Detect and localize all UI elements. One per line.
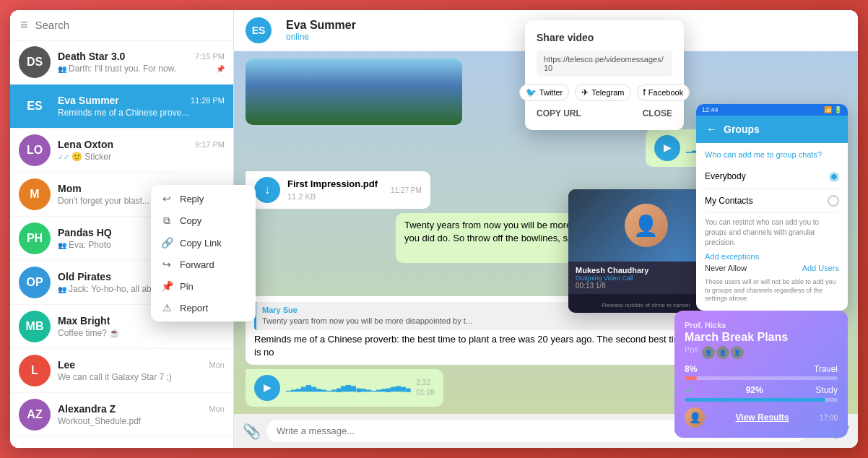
call-status: Outgoing Video Call (576, 275, 648, 282)
share-video-card: Share video https://telesco.pe/videomess… (525, 20, 684, 130)
context-report[interactable]: ⚠ Report (151, 297, 256, 319)
voice-duration-2: 2:32 (417, 378, 435, 388)
message-voice-in: ▶ ▁▂▃▅▇▅▃▂▁▂▄▆▇▆▄▃▂▁▂▃▄▅▆▅▄ 2:32 01:28 (246, 369, 443, 407)
poll-avatars: 👤 👤 👤 (702, 346, 744, 359)
poll-sender: Prof. Hicks (685, 321, 788, 329)
view-results-button[interactable]: View Results (736, 412, 789, 423)
back-icon[interactable]: ← (706, 123, 718, 136)
chat-header-avatar: ES (246, 17, 272, 43)
link-icon: 🔗 (161, 237, 173, 249)
context-reply[interactable]: ↩ Reply (151, 188, 256, 209)
chat-time-lena-oxton: 9:17 PM (195, 140, 225, 149)
chat-name-death-star: Death Star 3.0 (58, 51, 125, 62)
chat-preview-lee: We can call it Galaxy Star 7 ;) (58, 372, 225, 382)
search-input[interactable] (35, 19, 223, 31)
poll-label-travel: Travel (814, 364, 838, 374)
radio-unselected-icon (828, 195, 839, 207)
groups-option-contacts[interactable]: My Contacts (705, 189, 839, 213)
chat-info-lee: Lee Mon We can call it Galaxy Star 7 ;) (58, 359, 225, 382)
poll-card: Prof. Hicks March Break Plans Poll 👤 👤 👤… (674, 311, 848, 438)
add-exceptions-link[interactable]: Add exceptions (705, 252, 839, 261)
sidebar-header: ≡ (10, 10, 233, 40)
chat-name-max-bright: Max Bright (58, 315, 110, 327)
forward-icon: ↪ (161, 259, 173, 270)
voice-extra-time: 01:28 (417, 388, 435, 398)
chat-time-alexandra: Mon (209, 405, 225, 413)
chat-preview-max-bright: Coffee time? ☕ (58, 328, 225, 338)
chat-header-name: Eva Summer (286, 19, 356, 32)
attach-icon[interactable]: 📎 (243, 423, 261, 440)
waveform-2: ▁▂▃▅▇▅▃▂▁▂▄▆▇▆▄▃▂▁▂▃▄▅▆▅▄ (286, 384, 411, 393)
photo-image: I finally visited Earth.. The nature her… (254, 64, 462, 125)
poll-option-travel[interactable]: 8% Travel (685, 364, 838, 380)
file-size: 11.2 KB (287, 191, 378, 202)
chat-info-lena-oxton: Lena Oxton 9:17 PM ✓✓ 🙂 Sticker (58, 139, 225, 162)
chat-name-alexandra: Alexandra Z (58, 403, 116, 415)
share-footer: COPY URL CLOSE (537, 108, 672, 118)
context-menu: ↩ Reply ⧉ Copy 🔗 Copy Link ↪ Forward 📌 P… (151, 185, 256, 321)
poll-user-avatar: 👤 (685, 407, 705, 428)
chat-name-pandas-hq: Pandas HQ (58, 227, 112, 238)
pin-icon: 📌 (216, 65, 225, 73)
play-button-voice1[interactable]: ▶ (654, 135, 680, 161)
poll-avatar-1: 👤 (702, 346, 715, 359)
chat-time-eva-summer: 11:28 PM (191, 96, 225, 105)
chat-item-eva-summer[interactable]: ES Eva Summer 11:28 PM Reminds me of a C… (10, 85, 233, 129)
context-forward[interactable]: ↪ Forward (151, 254, 256, 275)
report-icon: ⚠ (161, 302, 173, 314)
file-name: First Impression.pdf (287, 178, 378, 191)
poll-bar-study (685, 398, 825, 402)
chat-preview-death-star: 👥 Darth: I'll trust you. For now. 📌 (58, 64, 225, 74)
poll-avatar-3: 👤 (731, 346, 744, 359)
file-download-icon[interactable]: ↓ (254, 177, 280, 203)
message-photo: I finally visited Earth.. The nature her… (246, 59, 462, 125)
call-cancel-hint: Release outside of circle to cancel (602, 302, 690, 308)
message-file: ↓ First Impression.pdf 11.2 KB 11:27 PM (246, 171, 430, 209)
share-telegram-button[interactable]: ✈ Telegram (575, 84, 630, 101)
share-twitter-button[interactable]: 🐦 Twitter (519, 84, 569, 101)
avatar-max-bright: MB (19, 311, 51, 342)
avatar-lee: L (19, 355, 51, 386)
copy-url-button[interactable]: COPY URL (537, 108, 581, 118)
poll-label-study: Study (815, 385, 838, 395)
context-copy-link[interactable]: 🔗 Copy Link (151, 232, 256, 254)
share-video-url[interactable]: https://telesco.pe/videomessages/10 (537, 51, 672, 77)
groups-title: Groups (724, 124, 760, 135)
chat-name-lee: Lee (58, 359, 75, 371)
chat-preview-lena-oxton: ✓✓ 🙂 Sticker (58, 152, 225, 162)
close-share-button[interactable]: CLOSE (643, 108, 672, 118)
copy-icon: ⧉ (161, 215, 173, 227)
msg-time-file: 11:27 PM (391, 186, 422, 196)
add-users-link[interactable]: Add Users (802, 264, 839, 272)
context-pin[interactable]: 📌 Pin (151, 275, 256, 297)
chat-name-lena-oxton: Lena Oxton (58, 139, 113, 150)
groups-body: Who can add me to group chats? Everybody… (696, 143, 848, 311)
context-copy[interactable]: ⧉ Copy (151, 209, 256, 232)
caller-name: Mukesh Chaudhary (576, 266, 648, 275)
never-allow-label: Never Allow (705, 264, 747, 272)
poll-option-study[interactable]: ✓ 92% Study (685, 384, 838, 402)
chat-header-status: online (286, 32, 356, 42)
poll-time: 17:00 (820, 414, 838, 422)
call-duration: 00:13 1/8 (576, 282, 648, 290)
facebook-icon: f (643, 87, 646, 98)
chat-item-lena-oxton[interactable]: LO Lena Oxton 9:17 PM ✓✓ 🙂 Sticker (10, 129, 233, 173)
poll-avatar-2: 👤 (716, 346, 729, 359)
twitter-icon: 🐦 (526, 87, 537, 98)
msg-text-body: Reminds me of a Chinese proverb: the bes… (254, 334, 687, 358)
groups-card: 12:44 📶 🔋 ← Groups Who can add me to gro… (696, 104, 848, 311)
poll-bar-travel (685, 376, 697, 380)
hamburger-icon[interactable]: ≡ (20, 17, 28, 33)
groups-option-everybody[interactable]: Everybody ◉ (705, 163, 839, 189)
chat-item-death-star[interactable]: DS Death Star 3.0 7:15 PM 👥 Darth: I'll … (10, 40, 233, 85)
chat-item-lee[interactable]: L Lee Mon We can call it Galaxy Star 7 ;… (10, 349, 233, 393)
chat-name-mom: Mom (58, 183, 82, 194)
avatar-old-pirates: OP (19, 267, 51, 298)
share-facebook-button[interactable]: f Facebook (637, 84, 690, 101)
reply-icon: ↩ (161, 193, 173, 204)
chat-info-death-star: Death Star 3.0 7:15 PM 👥 Darth: I'll tru… (58, 51, 225, 74)
play-button-voice2[interactable]: ▶ (254, 375, 280, 401)
groups-info: You can restrict who can add you to grou… (705, 217, 839, 248)
chat-item-alexandra[interactable]: AZ Alexandra Z Mon Workout_Shedule.pdf (10, 393, 233, 437)
avatar-pandas-hq: PH (19, 222, 51, 254)
